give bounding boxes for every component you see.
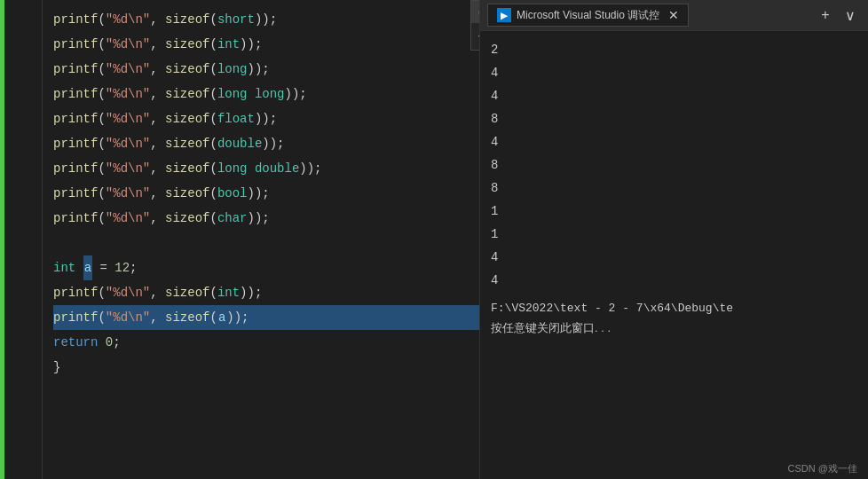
output-line: 8 <box>491 177 857 200</box>
code-line: printf("%d\n", sizeof(int)); <box>53 32 479 57</box>
output-prompt: 按任意键关闭此窗口. . . <box>491 318 857 338</box>
tooltip-header: (全局范围) <box>471 1 479 23</box>
code-line: printf("%d\n", sizeof(short)); <box>53 7 479 32</box>
code-editor: printf("%d\n", sizeof(short)); printf("%… <box>0 0 479 479</box>
tooltip-dropdown[interactable]: (全局范围) 使用下拉菜单可查看和导航到该文件(C语言数据类型和变量.cpp)中 <box>470 0 479 51</box>
tab-action-buttons: + ∨ <box>815 4 861 26</box>
line-gutter <box>0 0 43 479</box>
code-line: printf("%d\n", sizeof(double)); <box>53 131 479 156</box>
terminal-footer: CSDN @戏一佳 <box>480 459 868 479</box>
output-line: 4 <box>491 84 857 107</box>
terminal-panel: ▶ Microsoft Visual Studio 调试控 ✕ + ∨ 2 4 … <box>479 0 868 479</box>
new-tab-button[interactable]: + <box>815 4 836 26</box>
code-line: printf("%d\n", sizeof(long)); <box>53 57 479 82</box>
code-line: printf("%d\n", sizeof(long double)); <box>53 156 479 181</box>
output-path: F:\VS2022\text - 2 - 7\x64\Debug\te <box>491 299 857 318</box>
terminal-output: 2 4 4 8 4 8 8 1 1 4 4 F:\VS2022\text - 2… <box>480 31 868 459</box>
code-line: printf("%d\n", sizeof(char)); <box>53 206 479 231</box>
tooltip-body: 使用下拉菜单可查看和导航到该文件(C语言数据类型和变量.cpp)中 <box>471 23 479 50</box>
output-line: 1 <box>491 200 857 223</box>
code-line: printf("%d\n", sizeof(float)); <box>53 106 479 131</box>
code-line-active: printf("%d\n", sizeof(a)); <box>53 305 479 330</box>
change-indicator <box>0 0 4 479</box>
terminal-tab-bar: ▶ Microsoft Visual Studio 调试控 ✕ + ∨ <box>480 0 868 31</box>
code-line: int a = 12; <box>53 255 479 280</box>
output-line: 8 <box>491 107 857 130</box>
footer-credit: CSDN @戏一佳 <box>788 463 857 474</box>
code-line: printf("%d\n", sizeof(int)); <box>53 280 479 305</box>
code-line: } <box>53 355 479 380</box>
code-line-empty <box>53 231 479 255</box>
output-line: 4 <box>491 61 857 84</box>
output-line: 4 <box>491 246 857 269</box>
code-line: printf("%d\n", sizeof(long long)); <box>53 82 479 106</box>
output-line: 2 <box>491 38 857 61</box>
output-line: 4 <box>491 130 857 153</box>
terminal-tab[interactable]: ▶ Microsoft Visual Studio 调试控 ✕ <box>487 4 689 27</box>
output-line: 4 <box>491 269 857 292</box>
dropdown-button[interactable]: ∨ <box>840 4 861 26</box>
terminal-tab-label: Microsoft Visual Studio 调试控 <box>517 8 659 23</box>
tab-close-button[interactable]: ✕ <box>668 8 679 22</box>
output-line: 1 <box>491 223 857 246</box>
func-name: printf <box>53 7 98 32</box>
code-content[interactable]: printf("%d\n", sizeof(short)); printf("%… <box>43 0 479 479</box>
vs-icon: ▶ <box>497 8 511 22</box>
code-line: printf("%d\n", sizeof(bool)); <box>53 181 479 206</box>
output-line: 8 <box>491 153 857 177</box>
code-line: return 0; <box>53 330 479 355</box>
